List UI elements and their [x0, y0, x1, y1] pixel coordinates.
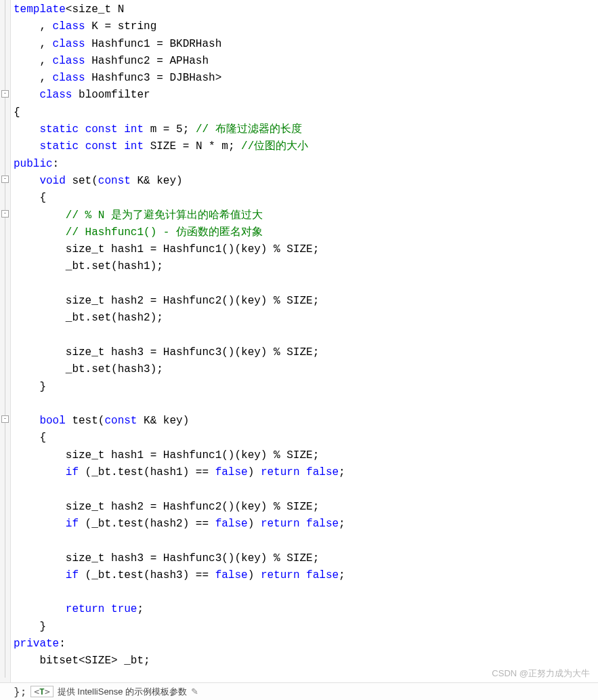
code-line[interactable]: size_t hash3 = Hashfunc3()(key) % SIZE; [14, 344, 595, 361]
code-line[interactable]: private: [14, 636, 595, 653]
fold-guide-line [5, 0, 5, 678]
fold-toggle-icon[interactable]: - [1, 210, 9, 218]
code-line[interactable]: size_t hash2 = Hashfunc2()(key) % SIZE; [14, 293, 595, 310]
intellisense-hint-bar: }; <T> 提供 IntelliSense 的示例模板参数 ✎ [0, 682, 598, 700]
code-line[interactable]: , class Hashfunc3 = DJBHash> [14, 70, 595, 87]
code-line[interactable]: if (_bt.test(hash3) == false) return fal… [14, 567, 595, 584]
fold-toggle-icon[interactable]: - [1, 176, 9, 183]
code-line[interactable] [14, 396, 595, 413]
pencil-icon[interactable]: ✎ [191, 686, 198, 697]
code-line[interactable] [14, 481, 595, 498]
fold-toggle-icon[interactable]: - [1, 90, 9, 98]
code-trailing-text: }; [0, 685, 30, 698]
code-line[interactable]: , class Hashfunc1 = BKDRHash [14, 36, 595, 53]
code-line[interactable]: // % N 是为了避免计算出的哈希值过大 [14, 207, 595, 224]
code-line[interactable]: bool test(const K& key) [14, 413, 595, 430]
code-line[interactable]: size_t hash3 = Hashfunc3()(key) % SIZE; [14, 550, 595, 567]
code-line[interactable]: void set(const K& key) [14, 173, 595, 190]
code-line[interactable] [14, 276, 595, 293]
code-line[interactable]: _bt.set(hash1); [14, 258, 595, 275]
code-line[interactable]: size_t hash1 = Hashfunc1()(key) % SIZE; [14, 241, 595, 258]
code-line[interactable]: size_t hash1 = Hashfunc1()(key) % SIZE; [14, 447, 595, 464]
code-line[interactable] [14, 327, 595, 344]
code-line[interactable]: } [14, 619, 595, 636]
code-line[interactable]: // Hashfunc1() - 仿函数的匿名对象 [14, 224, 595, 241]
code-line[interactable]: template<size_t N [14, 1, 595, 18]
code-line[interactable]: } [14, 379, 595, 396]
code-fold-gutter: ---- [0, 0, 11, 700]
code-line[interactable]: static const int m = 5; // 布隆过滤器的长度 [14, 121, 595, 138]
code-line[interactable]: { [14, 430, 595, 447]
code-line[interactable]: size_t hash2 = Hashfunc2()(key) % SIZE; [14, 499, 595, 516]
code-line[interactable] [14, 584, 595, 601]
code-line[interactable]: { [14, 190, 595, 207]
code-line[interactable]: if (_bt.test(hash2) == false) return fal… [14, 516, 595, 533]
code-line[interactable]: static const int SIZE = N * m; //位图的大小 [14, 138, 595, 155]
intellisense-hint-text: 提供 IntelliSense 的示例模板参数 [58, 686, 187, 698]
code-line[interactable] [14, 533, 595, 550]
code-line[interactable]: public: [14, 156, 595, 173]
code-line[interactable]: { [14, 104, 595, 121]
code-line[interactable]: _bt.set(hash3); [14, 361, 595, 378]
code-line[interactable]: if (_bt.test(hash1) == false) return fal… [14, 464, 595, 481]
code-editor-area[interactable]: template<size_t N , class K = string , c… [11, 0, 598, 700]
fold-toggle-icon[interactable]: - [1, 415, 9, 423]
code-line[interactable]: _bt.set(hash2); [14, 310, 595, 327]
template-param-badge[interactable]: <T> [30, 686, 53, 697]
code-line[interactable]: , class Hashfunc2 = APHash [14, 53, 595, 70]
code-line[interactable]: , class K = string [14, 18, 595, 35]
code-line[interactable]: return true; [14, 601, 595, 618]
code-line[interactable]: bitset<SIZE> _bt; [14, 653, 595, 670]
code-line[interactable]: class bloomfilter [14, 87, 595, 104]
